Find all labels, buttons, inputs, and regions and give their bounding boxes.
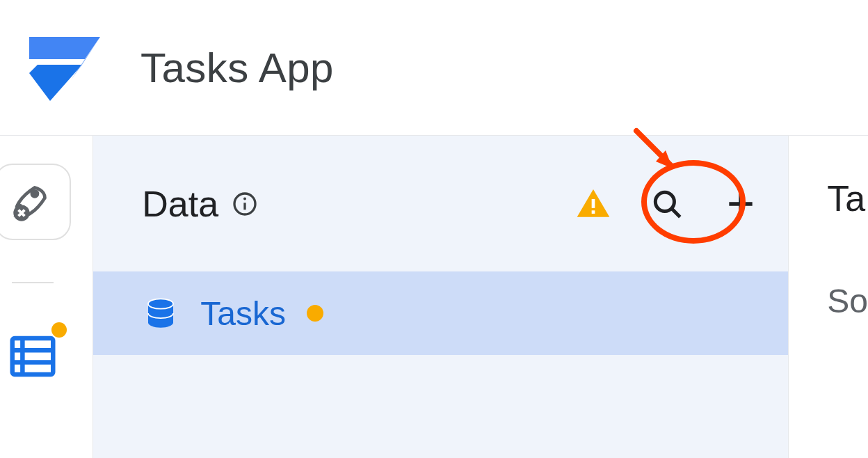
right-column: Ta So — [789, 136, 868, 458]
svg-rect-2 — [12, 338, 53, 374]
data-panel-actions — [574, 184, 760, 223]
database-icon — [142, 294, 179, 332]
svg-rect-9 — [592, 199, 595, 208]
warning-badge-dot — [51, 322, 67, 338]
data-panel: Data — [93, 136, 789, 458]
nav-not-deployed-button[interactable] — [0, 164, 71, 240]
info-icon[interactable] — [231, 190, 259, 218]
data-panel-title: Data — [142, 183, 259, 225]
warning-icon — [574, 184, 613, 223]
status-dot-pending — [307, 305, 323, 322]
search-icon — [650, 187, 684, 221]
appsheet-logo[interactable] — [24, 31, 107, 104]
data-panel-header: Data — [93, 136, 788, 271]
app-header: Tasks App — [0, 0, 868, 136]
warning-button[interactable] — [574, 184, 613, 223]
svg-point-11 — [656, 192, 675, 211]
data-source-tasks[interactable]: Tasks — [93, 271, 788, 355]
rocket-icon — [8, 177, 57, 226]
right-sub-fragment: So — [827, 282, 868, 320]
workspace: Data — [0, 136, 868, 458]
add-source-button[interactable] — [721, 184, 760, 223]
svg-point-8 — [243, 197, 246, 200]
appsheet-logo-icon — [24, 31, 107, 104]
svg-line-12 — [673, 209, 680, 216]
data-icon — [6, 329, 60, 384]
data-source-label: Tasks — [200, 294, 286, 333]
app-title: Tasks App — [140, 44, 334, 92]
nav-data-button[interactable] — [1, 325, 64, 388]
plus-icon — [723, 187, 758, 221]
data-panel-title-text: Data — [142, 183, 218, 225]
nav-rail — [0, 136, 93, 458]
svg-point-0 — [31, 191, 37, 196]
search-button[interactable] — [648, 184, 686, 223]
right-title-fragment: Ta — [827, 177, 868, 219]
rail-divider — [12, 282, 54, 283]
data-panel-body — [93, 355, 788, 458]
svg-rect-10 — [592, 210, 595, 214]
